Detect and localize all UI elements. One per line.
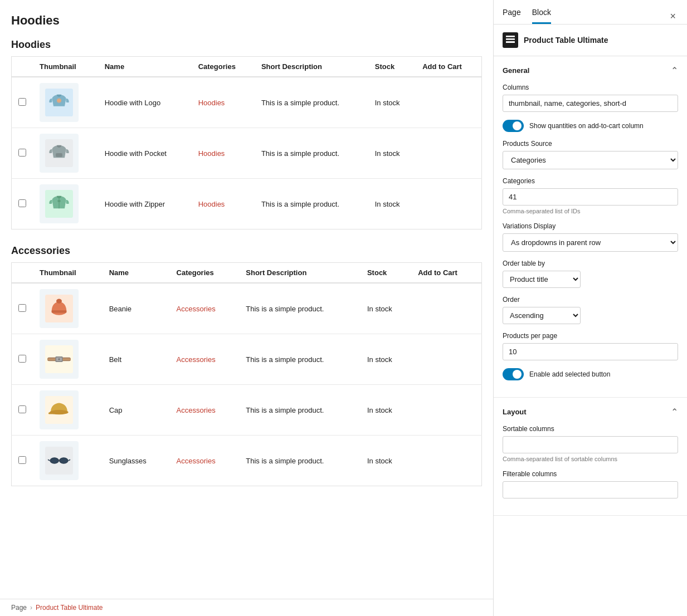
- product-cart: [416, 128, 481, 179]
- product-description: This is a simple product.: [255, 77, 368, 128]
- product-name: Sunglasses: [103, 436, 170, 486]
- product-cart: [411, 385, 481, 436]
- product-stock: In stock: [360, 385, 411, 436]
- product-name: Belt: [103, 334, 170, 385]
- categories-input[interactable]: [503, 188, 678, 206]
- sidebar-tabs: Page Block: [503, 8, 551, 24]
- acc-desc-header: Short Description: [239, 263, 360, 283]
- chevron-up-icon: ⌃: [671, 65, 678, 76]
- products-source-select[interactable]: Categories All Products Custom Query: [503, 151, 678, 169]
- order-table-select[interactable]: Product title Price Date ID: [503, 271, 581, 288]
- product-cart: [416, 179, 481, 229]
- row-checkbox[interactable]: [18, 149, 26, 157]
- enable-add-selected-toggle-row: Enable add selected button: [503, 368, 678, 380]
- table-row: Hoodie with Logo Hoodies This is a simpl…: [12, 77, 482, 128]
- table-row: Hoodie with Zipper Hoodies This is a sim…: [12, 179, 482, 229]
- product-thumbnail: [40, 289, 79, 328]
- show-quantities-toggle[interactable]: [503, 120, 524, 132]
- category-link[interactable]: Hoodies: [198, 99, 225, 107]
- sidebar-header: Page Block ×: [494, 0, 687, 25]
- filterable-columns-field-group: Filterable columns: [503, 470, 678, 498]
- svg-point-26: [51, 458, 58, 463]
- categories-field-group: Categories Comma-separated list of IDs: [503, 177, 678, 214]
- tab-block[interactable]: Block: [532, 8, 551, 24]
- order-table-field-group: Order table by Product title Price Date …: [503, 260, 678, 288]
- sortable-columns-hint: Comma-separated list of sortable columns: [503, 456, 678, 462]
- category-link[interactable]: Accessories: [177, 355, 216, 364]
- category-link[interactable]: Hoodies: [198, 200, 225, 208]
- hoodies-stock-header: Stock: [368, 57, 416, 77]
- sortable-columns-label: Sortable columns: [503, 425, 678, 433]
- enable-add-selected-toggle[interactable]: [503, 368, 524, 380]
- product-thumbnail: [40, 390, 79, 429]
- product-description: This is a simple product.: [239, 385, 360, 436]
- product-description: This is a simple product.: [239, 334, 360, 385]
- products-per-page-field-group: Products per page: [503, 332, 678, 360]
- row-checkbox[interactable]: [18, 456, 26, 464]
- filterable-columns-label: Filterable columns: [503, 470, 678, 478]
- product-cart: [416, 77, 481, 128]
- hoodies-section: Hoodies Thumbnail Name Categories Short …: [11, 39, 482, 229]
- product-name: Beanie: [103, 283, 170, 334]
- row-checkbox[interactable]: [18, 355, 26, 363]
- product-cart: [411, 283, 481, 334]
- svg-rect-31: [506, 37, 515, 37]
- category-link[interactable]: Accessories: [177, 406, 216, 414]
- layout-section-header[interactable]: Layout ⌃: [503, 407, 678, 417]
- order-select[interactable]: Ascending Descending: [503, 307, 581, 324]
- product-description: This is a simple product.: [255, 128, 368, 179]
- plugin-header: Product Table Ultimate: [494, 25, 687, 56]
- product-cart: [411, 334, 481, 385]
- variations-display-select[interactable]: As dropdowns in parent row As child rows…: [503, 233, 678, 252]
- hoodies-check-header: [12, 57, 33, 77]
- accessories-title: Accessories: [11, 245, 482, 257]
- hoodies-table: Thumbnail Name Categories Short Descript…: [11, 56, 482, 229]
- products-per-page-input[interactable]: [503, 343, 678, 360]
- order-table-label: Order table by: [503, 260, 678, 267]
- columns-input[interactable]: [503, 95, 678, 112]
- category-link[interactable]: Accessories: [177, 457, 216, 465]
- sortable-columns-input[interactable]: [503, 436, 678, 453]
- category-link[interactable]: Accessories: [177, 305, 216, 313]
- acc-name-header: Name: [103, 263, 170, 283]
- layout-section: Layout ⌃ Sortable columns Comma-separate…: [494, 398, 687, 516]
- svg-rect-28: [506, 36, 515, 37]
- acc-cart-header: Add to Cart: [411, 263, 481, 283]
- general-section: General ⌃ Columns Show quantities on add…: [494, 56, 687, 398]
- close-button[interactable]: ×: [667, 9, 678, 23]
- filterable-columns-input[interactable]: [503, 481, 678, 498]
- product-stock: In stock: [368, 77, 416, 128]
- product-description: This is a simple product.: [255, 179, 368, 229]
- category-link[interactable]: Hoodies: [198, 149, 225, 158]
- row-checkbox[interactable]: [18, 98, 26, 106]
- product-description: This is a simple product.: [239, 283, 360, 334]
- product-name: Hoodie with Pocket: [98, 128, 192, 179]
- breadcrumb-page: Page: [11, 604, 27, 612]
- accessories-table: Thumbnail Name Categories Short Descript…: [11, 262, 482, 486]
- main-content: Hoodies Hoodies Thumbnail Name Categorie…: [0, 0, 493, 616]
- hoodies-categories-header: Categories: [192, 57, 255, 77]
- products-per-page-label: Products per page: [503, 332, 678, 340]
- product-thumbnail: [40, 184, 79, 223]
- product-stock: In stock: [360, 283, 411, 334]
- product-name: Hoodie with Logo: [98, 77, 192, 128]
- hoodies-thumbnail-header: Thumbnail: [33, 57, 98, 77]
- general-section-header[interactable]: General ⌃: [503, 65, 678, 76]
- svg-rect-30: [506, 41, 515, 43]
- product-stock: In stock: [368, 128, 416, 179]
- show-quantities-toggle-row: Show quantities on add-to-cart column: [503, 120, 678, 132]
- breadcrumb-link[interactable]: Product Table Ultimate: [36, 604, 103, 612]
- row-checkbox[interactable]: [18, 304, 26, 312]
- svg-rect-6: [58, 200, 61, 202]
- product-thumbnail: [40, 441, 79, 480]
- hoodies-title: Hoodies: [11, 39, 482, 51]
- row-checkbox[interactable]: [18, 199, 26, 207]
- acc-thumbnail-header: Thumbnail: [33, 263, 103, 283]
- acc-check-header: [12, 263, 33, 283]
- row-checkbox[interactable]: [18, 405, 26, 413]
- plugin-name: Product Table Ultimate: [524, 36, 608, 45]
- acc-categories-header: Categories: [170, 263, 240, 283]
- order-field-group: Order Ascending Descending: [503, 296, 678, 324]
- tab-page[interactable]: Page: [503, 8, 521, 24]
- product-thumbnail: [40, 134, 79, 173]
